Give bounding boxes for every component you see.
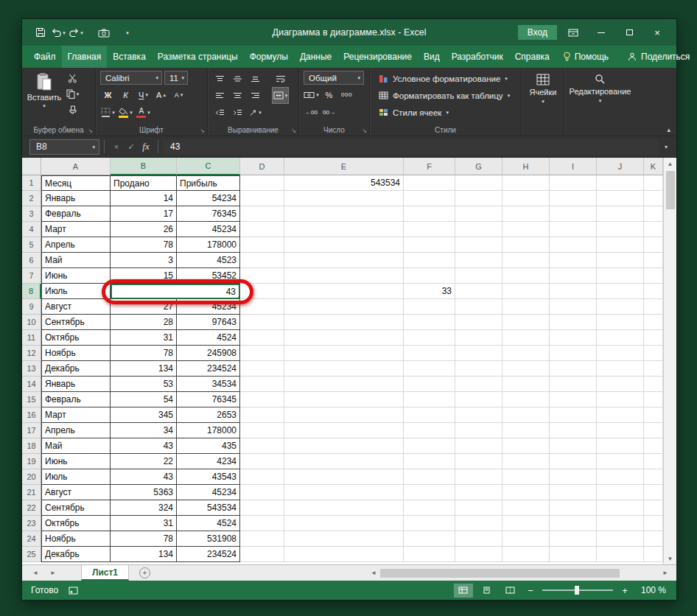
previous-sheet-button[interactable]: ◄ xyxy=(28,565,43,581)
cell-D12[interactable] xyxy=(240,346,284,361)
cell-C18[interactable]: 435 xyxy=(177,438,240,454)
cell-A12[interactable]: Ноябрь xyxy=(41,346,111,361)
cell-K23[interactable] xyxy=(644,516,663,531)
cell-E16[interactable] xyxy=(284,407,404,423)
cell-D1[interactable] xyxy=(240,175,284,191)
zoom-out-button[interactable]: − xyxy=(525,585,536,596)
cell-H21[interactable] xyxy=(502,485,550,500)
cell-A11[interactable]: Октябрь xyxy=(41,330,111,346)
cell-H10[interactable] xyxy=(502,315,550,330)
cell-A21[interactable]: Август xyxy=(41,485,111,500)
cell-E2[interactable] xyxy=(284,191,404,206)
cell-J1[interactable] xyxy=(597,175,644,191)
cell-H6[interactable] xyxy=(502,253,550,268)
cell-G12[interactable] xyxy=(455,346,502,361)
cell-A7[interactable]: Июнь xyxy=(41,268,111,284)
cut-button[interactable] xyxy=(65,71,80,86)
column-header-H[interactable]: H xyxy=(502,158,550,175)
cell-E4[interactable] xyxy=(284,222,404,237)
column-header-A[interactable]: A xyxy=(41,158,111,175)
row-header-7[interactable]: 7 xyxy=(22,268,41,284)
align-left-button[interactable] xyxy=(212,88,228,103)
cell-I1[interactable] xyxy=(550,175,597,191)
cell-F11[interactable] xyxy=(404,330,455,346)
cell-F8[interactable]: 33 xyxy=(404,284,455,299)
cell-G4[interactable] xyxy=(455,222,502,237)
cell-I2[interactable] xyxy=(550,191,597,206)
column-header-E[interactable]: E xyxy=(284,158,404,175)
cell-A18[interactable]: Май xyxy=(41,438,111,454)
cell-G7[interactable] xyxy=(455,268,502,284)
redo-button[interactable]: ▾ xyxy=(68,24,84,41)
cell-K10[interactable] xyxy=(644,315,663,330)
row-header-17[interactable]: 17 xyxy=(22,423,41,438)
cell-I13[interactable] xyxy=(550,361,597,377)
cell-H9[interactable] xyxy=(502,299,550,315)
cell-J13[interactable] xyxy=(597,361,644,377)
cell-D18[interactable] xyxy=(240,438,284,454)
fill-color-dropdown[interactable]: ▾ xyxy=(130,110,133,115)
cell-C10[interactable]: 97643 xyxy=(177,315,240,330)
cell-H24[interactable] xyxy=(502,531,550,547)
cell-G18[interactable] xyxy=(455,438,502,454)
cell-F19[interactable] xyxy=(404,454,455,469)
cell-B23[interactable]: 31 xyxy=(111,516,177,531)
row-header-10[interactable]: 10 xyxy=(22,315,41,330)
merge-dropdown[interactable]: ▾ xyxy=(285,93,288,98)
cell-D11[interactable] xyxy=(240,330,284,346)
cell-A19[interactable]: Июнь xyxy=(41,454,111,469)
cell-G9[interactable] xyxy=(455,299,502,315)
column-header-I[interactable]: I xyxy=(550,158,597,175)
tab-Данные[interactable]: Данные xyxy=(294,46,337,68)
cell-E12[interactable] xyxy=(284,346,404,361)
cell-A3[interactable]: Февраль xyxy=(41,206,111,222)
cell-G22[interactable] xyxy=(455,500,502,516)
cell-I6[interactable] xyxy=(550,253,597,268)
cell-G20[interactable] xyxy=(455,469,502,485)
accounting-dropdown[interactable]: ▾ xyxy=(316,92,319,97)
cell-E19[interactable] xyxy=(284,454,404,469)
sign-in-button[interactable]: Вход xyxy=(518,25,557,40)
cell-C13[interactable]: 234524 xyxy=(177,361,240,377)
cell-B25[interactable]: 134 xyxy=(111,547,177,562)
cell-D24[interactable] xyxy=(240,531,284,547)
orientation-dropdown[interactable]: ▾ xyxy=(259,110,262,115)
cell-E10[interactable] xyxy=(284,315,404,330)
cell-D22[interactable] xyxy=(240,500,284,516)
cell-K11[interactable] xyxy=(644,330,663,346)
cell-K13[interactable] xyxy=(644,361,663,377)
row-header-25[interactable]: 25 xyxy=(22,547,41,562)
cell-A22[interactable]: Сентябрь xyxy=(41,500,111,516)
cell-styles-button[interactable]: Стили ячеек ▾ xyxy=(374,105,517,120)
cell-H13[interactable] xyxy=(502,361,550,377)
cell-F1[interactable] xyxy=(404,175,455,191)
column-header-K[interactable]: K xyxy=(644,158,663,175)
cell-H3[interactable] xyxy=(502,206,550,222)
cell-F20[interactable] xyxy=(404,469,455,485)
cell-C19[interactable]: 4234 xyxy=(177,454,240,469)
alignment-dialog-launcher[interactable]: ↘ xyxy=(291,127,296,134)
cell-E17[interactable] xyxy=(284,423,404,438)
save-button[interactable] xyxy=(32,24,49,41)
cell-D5[interactable] xyxy=(240,237,284,253)
row-header-21[interactable]: 21 xyxy=(22,485,41,500)
borders-dropdown[interactable]: ▾ xyxy=(112,110,115,115)
cell-J4[interactable] xyxy=(597,222,644,237)
cell-G17[interactable] xyxy=(455,423,502,438)
cell-A1[interactable]: Месяц xyxy=(41,175,111,191)
cell-B17[interactable]: 34 xyxy=(111,423,177,438)
cell-E13[interactable] xyxy=(284,361,404,377)
macro-record-button[interactable] xyxy=(69,587,78,595)
cell-B10[interactable]: 28 xyxy=(111,315,177,330)
cell-H25[interactable] xyxy=(502,547,550,562)
cell-D14[interactable] xyxy=(240,377,284,392)
cell-G13[interactable] xyxy=(455,361,502,377)
cell-I12[interactable] xyxy=(550,346,597,361)
cell-C15[interactable]: 76345 xyxy=(177,392,240,407)
bold-button[interactable]: Ж xyxy=(100,87,116,102)
add-sheet-button[interactable]: + xyxy=(139,567,150,578)
cell-J11[interactable] xyxy=(597,330,644,346)
undo-button[interactable]: ▾ xyxy=(50,24,66,41)
cell-K15[interactable] xyxy=(644,392,663,407)
cell-J18[interactable] xyxy=(597,438,644,454)
